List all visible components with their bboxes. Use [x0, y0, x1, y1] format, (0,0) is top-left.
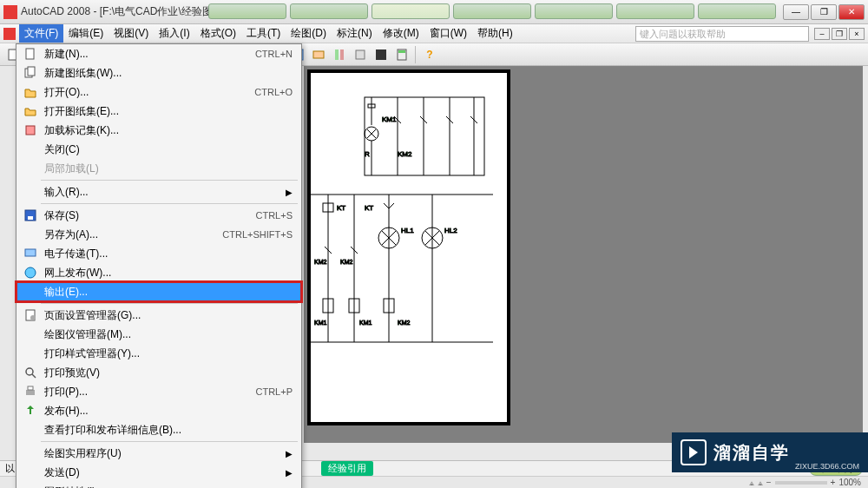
- menu-item[interactable]: 打印(P)...CTRL+P: [16, 382, 301, 401]
- menu-item-label: 输入(R)...: [41, 185, 286, 200]
- watermark: 溜溜自学 ZIXUE.3D66.COM: [672, 432, 868, 472]
- menu-item[interactable]: 发布(H)...: [16, 401, 301, 420]
- menu-item[interactable]: 电子传递(T)...: [16, 244, 301, 263]
- designcenter-icon[interactable]: [309, 45, 328, 64]
- menu-item[interactable]: 关闭(C): [16, 140, 301, 159]
- menu-shortcut: CTRL+S: [256, 210, 299, 221]
- menu-item-label: 网上发布(W)...: [41, 266, 298, 280]
- menu-item-label: 电子传递(T)...: [41, 247, 298, 261]
- help-icon[interactable]: ?: [420, 45, 439, 64]
- menu-视图[interactable]: 视图(V): [108, 24, 154, 43]
- menu-帮助[interactable]: 帮助(H): [472, 24, 518, 43]
- etrans-icon: [20, 247, 41, 260]
- menu-item[interactable]: 打印样式管理器(Y)...: [16, 344, 301, 363]
- menu-格式[interactable]: 格式(O): [195, 24, 241, 43]
- menu-插入[interactable]: 插入(I): [154, 24, 194, 43]
- zoom-in-icon[interactable]: +: [831, 478, 836, 487]
- menu-item[interactable]: 新建(N)...CTRL+N: [16, 44, 301, 63]
- menu-item-label: 打印样式管理器(Y)...: [41, 346, 298, 361]
- svg-rect-9: [335, 49, 339, 60]
- menu-item[interactable]: 图形特性(I)...: [16, 482, 301, 488]
- svg-text:KM2: KM2: [398, 320, 411, 326]
- svg-rect-18: [26, 126, 35, 135]
- svg-rect-20: [28, 216, 33, 220]
- svg-text:KM2: KM2: [340, 259, 353, 265]
- file-menu-dropdown: 新建(N)...CTRL+N新建图纸集(W)...打开(O)...CTRL+O打…: [16, 43, 302, 488]
- ref-label: 经验引用: [321, 461, 373, 476]
- menu-item-label: 页面设置管理器(G)...: [41, 308, 298, 323]
- menu-item-label: 绘图仪管理器(M)...: [41, 327, 298, 342]
- menu-item[interactable]: 保存(S)CTRL+S: [16, 206, 301, 225]
- menu-item-label: 发布(H)...: [41, 404, 298, 419]
- menu-item[interactable]: 输入(R)...▶: [16, 182, 301, 201]
- menu-item-label: 新建(N)...: [41, 47, 255, 62]
- svg-text:KT: KT: [365, 204, 373, 212]
- sheetset-icon[interactable]: [351, 45, 370, 64]
- new-icon: [20, 47, 41, 61]
- menu-窗口[interactable]: 窗口(W): [424, 24, 472, 43]
- menu-item-label: 局部加载(L): [41, 162, 298, 176]
- menu-item-label: 发送(D): [41, 465, 286, 480]
- calc-icon[interactable]: [392, 45, 411, 64]
- menu-item[interactable]: 另存为(A)...CTRL+SHIFT+S: [16, 225, 301, 244]
- menu-编辑[interactable]: 编辑(E): [63, 24, 108, 43]
- svg-rect-15: [26, 49, 34, 59]
- svg-rect-8: [313, 51, 324, 58]
- svg-rect-29: [365, 97, 484, 175]
- svg-rect-10: [340, 49, 344, 60]
- drawing-canvas[interactable]: KM1 R KM2 KT KM2 KM2 KM1 KM1 KT HL1: [304, 66, 863, 443]
- menu-item[interactable]: 打印预览(V): [16, 363, 301, 382]
- svg-text:HL1: HL1: [401, 227, 414, 234]
- menu-item[interactable]: 新建图纸集(W)...: [16, 63, 301, 82]
- mdi-minimize-button[interactable]: –: [814, 28, 830, 40]
- svg-line-26: [32, 374, 36, 378]
- menu-item[interactable]: 查看打印和发布详细信息(B)...: [16, 420, 301, 439]
- menu-item[interactable]: 绘图仪管理器(M)...: [16, 325, 301, 344]
- svg-rect-11: [356, 50, 365, 59]
- svg-rect-21: [25, 249, 36, 256]
- help-search-input[interactable]: 键入问题以获取帮助: [635, 26, 809, 42]
- maximize-button[interactable]: ❐: [811, 4, 837, 20]
- svg-text:KM2: KM2: [314, 259, 327, 265]
- zoom-out-icon[interactable]: −: [766, 478, 772, 487]
- menu-item[interactable]: 网上发布(W)...: [16, 263, 301, 282]
- menu-文件[interactable]: 文件(F): [19, 24, 63, 43]
- menu-separator: [41, 180, 298, 181]
- svg-text:KM2: KM2: [398, 150, 412, 158]
- mdi-restore-button[interactable]: ❐: [832, 28, 847, 40]
- menu-item-label: 图形特性(I)...: [41, 485, 298, 489]
- menu-修改[interactable]: 修改(M): [378, 24, 424, 43]
- svg-rect-14: [398, 50, 405, 53]
- menu-标注[interactable]: 标注(N): [332, 24, 378, 43]
- mdi-close-button[interactable]: ×: [849, 28, 865, 40]
- menu-item: 局部加载(L): [16, 159, 301, 178]
- menu-item[interactable]: 打开图纸集(E)...: [16, 102, 301, 121]
- status-hint: 以: [5, 462, 15, 475]
- markup-icon[interactable]: [372, 45, 391, 64]
- publish-icon: [20, 404, 41, 418]
- zoom-level[interactable]: 100%: [838, 478, 861, 487]
- watermark-url: ZIXUE.3D66.COM: [795, 462, 859, 471]
- minimize-button[interactable]: —: [783, 4, 809, 20]
- menu-item[interactable]: 加载标记集(K)...: [16, 121, 301, 140]
- svg-text:KM1: KM1: [382, 115, 397, 123]
- svg-point-25: [26, 368, 33, 375]
- print-icon: [20, 385, 41, 399]
- app-icon: [3, 5, 17, 19]
- menu-item[interactable]: 页面设置管理器(G)...: [16, 306, 301, 325]
- toolpalettes-icon[interactable]: [330, 45, 349, 64]
- close-button[interactable]: ✕: [838, 4, 865, 20]
- save-icon: [20, 208, 41, 222]
- menu-item-label: 打开(O)...: [41, 85, 254, 100]
- annotation-visibility-icon[interactable]: ⟁: [758, 478, 763, 487]
- menu-工具[interactable]: 工具(T): [241, 24, 286, 43]
- menu-item[interactable]: 绘图实用程序(U)▶: [16, 444, 301, 463]
- svg-rect-27: [26, 390, 35, 395]
- menu-item[interactable]: 打开(O)...CTRL+O: [16, 82, 301, 102]
- menu-item[interactable]: 发送(D)▶: [16, 463, 301, 482]
- menu-item-label: 保存(S): [41, 208, 256, 223]
- menu-绘图[interactable]: 绘图(D): [286, 24, 332, 43]
- menu-item[interactable]: 输出(E)...: [16, 282, 301, 301]
- annotation-scale-icon[interactable]: ⟁: [749, 478, 754, 487]
- submenu-arrow-icon: ▶: [286, 449, 298, 458]
